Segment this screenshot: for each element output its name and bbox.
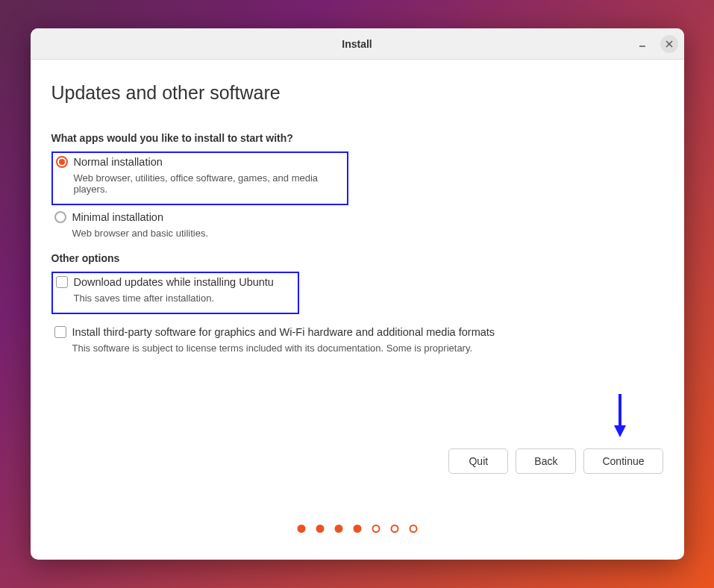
radio-icon[interactable]	[54, 211, 66, 223]
progress-dots	[297, 525, 417, 533]
svg-marker-4	[614, 425, 626, 437]
option-desc: Web browser and basic utilities.	[72, 228, 660, 239]
progress-dot	[334, 525, 342, 533]
progress-dot	[353, 525, 361, 533]
installer-window: Install Updates and other software What …	[31, 28, 684, 560]
checkbox-icon[interactable]	[56, 276, 68, 288]
back-button[interactable]: Back	[516, 448, 576, 474]
window-controls	[633, 35, 678, 53]
page-title: Updates and other software	[51, 82, 663, 104]
window-title: Install	[342, 38, 372, 50]
continue-button[interactable]: Continue	[583, 448, 663, 474]
progress-dot	[390, 525, 398, 533]
normal-installation-option[interactable]: Normal installation Web browser, utiliti…	[51, 151, 348, 205]
option-desc: This saves time after installation.	[74, 293, 295, 304]
progress-dot	[316, 525, 324, 533]
other-options-label: Other options	[51, 252, 663, 264]
footer-buttons: Quit Back Continue	[448, 448, 663, 474]
apps-section-label: What apps would you like to install to s…	[51, 132, 663, 144]
checkbox-icon[interactable]	[54, 326, 66, 338]
content-area: Updates and other software What apps wou…	[31, 60, 684, 560]
minimize-button[interactable]	[633, 35, 651, 53]
option-desc: This software is subject to license term…	[72, 343, 660, 354]
close-button[interactable]	[660, 35, 678, 53]
progress-dot	[372, 525, 380, 533]
quit-button[interactable]: Quit	[448, 448, 508, 474]
thirdparty-software-option[interactable]: Install third-party software for graphic…	[51, 323, 663, 363]
option-label: Download updates while installing Ubuntu	[74, 276, 274, 288]
option-desc: Web browser, utilities, office software,…	[74, 172, 344, 195]
option-label: Install third-party software for graphic…	[72, 326, 495, 338]
option-label: Minimal installation	[72, 211, 164, 223]
download-updates-option[interactable]: Download updates while installing Ubuntu…	[51, 272, 299, 314]
progress-dot	[409, 525, 417, 533]
option-label: Normal installation	[74, 156, 163, 168]
titlebar: Install	[31, 28, 684, 60]
radio-icon[interactable]	[56, 156, 68, 168]
annotation-arrow-icon	[611, 392, 629, 439]
progress-dot	[297, 525, 305, 533]
minimal-installation-option[interactable]: Minimal installation Web browser and bas…	[51, 208, 663, 248]
